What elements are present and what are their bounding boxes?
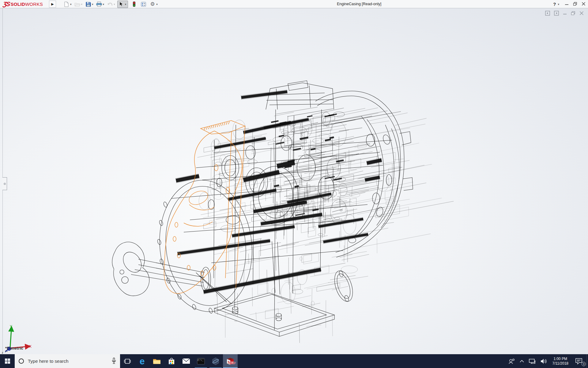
hidden-icons-button[interactable] [517,354,526,368]
store-icon [168,358,175,365]
document-minimize-button[interactable] [563,11,567,17]
collapse-pane-left-button[interactable] [545,11,550,17]
people-icon [508,358,515,364]
solidworks-logo-solid: SOLID [11,2,25,7]
restore-button[interactable] [573,2,577,7]
document-restore-button[interactable] [571,11,575,17]
print-button[interactable]: ▾ [96,1,106,8]
print-dropdown[interactable]: ▾ [103,3,104,6]
taskbar-search-input[interactable]: Type here to search [15,354,120,368]
view-orientation-label: *Dimetric [5,346,23,351]
clock-time: 1:00 PM [553,357,567,361]
solidworks-logo-glyph: ƷS [2,1,10,8]
print-icon [96,1,103,7]
taskbar-command-prompt-button[interactable]: C:\_ [194,354,208,368]
file-explorer-icon [153,358,161,364]
speaker-icon [540,358,548,364]
chevron-up-icon [519,360,524,363]
new-document-button[interactable]: ▾ [63,1,73,8]
select-dropdown[interactable]: ▾ [125,3,126,6]
windows-logo-icon [5,358,10,364]
options-button[interactable]: ⚙ ▾ [149,1,159,8]
notification-badge: 3 [582,362,586,366]
taskbar-solidworks-button[interactable]: S W 2017 [223,354,238,368]
window-title: EngineCasing [Read-only] [337,0,381,8]
open-button: ▾ [74,1,84,8]
feature-manager-collapsed-tab[interactable] [2,177,7,190]
rebuild-button[interactable] [130,1,138,8]
collapse-pane-right-button[interactable] [554,11,559,17]
action-center-button[interactable]: 3 [571,354,586,368]
command-prompt-glyph: C:\_ [198,359,203,362]
help-button[interactable]: ? [553,2,556,7]
save-dropdown[interactable]: ▾ [92,3,93,6]
select-button[interactable]: ▾ [117,1,128,8]
microphone-icon[interactable] [111,358,116,366]
options-gear-icon: ⚙ [149,1,156,7]
windows-taskbar: Type here to search e [0,354,588,368]
search-placeholder: Type here to search [28,358,69,364]
help-dropdown[interactable]: ▾ [558,3,559,6]
taskbar-edge-button[interactable]: e [135,354,149,368]
mail-icon [182,358,190,364]
undo-dropdown: ▾ [114,3,115,6]
file-properties-icon [140,1,147,7]
save-button[interactable]: ▾ [85,1,95,8]
triad-y-axis [10,330,11,348]
splitter-dot-icon [4,183,6,185]
new-document-dropdown[interactable]: ▾ [70,3,72,6]
solidworks-logo-works: WORKS [25,2,43,7]
clock-date: 7/11/2018 [552,361,569,366]
people-button[interactable] [506,354,517,368]
cortana-icon [19,358,24,364]
quick-access-toolbar: ▾ ▾ ▾ ▾ ▾ [63,0,159,8]
show-desktop-button[interactable] [586,354,588,368]
undo-icon [107,1,113,7]
triad-z-label: z [2,351,3,354]
open-dropdown: ▾ [81,3,83,6]
open-icon [74,1,81,7]
document-close-button[interactable] [579,11,584,17]
task-view-icon [124,358,131,364]
start-button[interactable] [0,354,15,368]
network-button[interactable] [526,354,538,368]
network-icon [529,358,536,364]
menu-expand-button[interactable]: ▶ [49,1,56,8]
taskbar-hexagon-app-button[interactable] [208,354,223,368]
triad-x-label: X [29,344,32,349]
close-button[interactable] [582,2,586,7]
titlebar: ƷS SOLID WORKS ▶ ▾ ▾ ▾ ▾ [0,0,588,8]
task-view-button[interactable] [120,354,135,368]
taskbar-store-button[interactable] [164,354,179,368]
file-properties-button[interactable] [140,1,147,8]
engine-casing-wireframe-model[interactable] [0,8,588,354]
solidworks-logo: ƷS SOLID WORKS [3,0,43,8]
volume-button[interactable] [538,354,550,368]
taskbar-mail-button[interactable] [179,354,194,368]
select-cursor-icon [118,1,125,7]
new-document-icon [63,1,70,7]
taskbar-clock[interactable]: 1:00 PM 7/11/2018 [550,354,571,368]
solidworks-icon-year: 2017 [229,362,236,365]
options-dropdown[interactable]: ▾ [156,3,158,6]
taskbar-file-explorer-button[interactable] [149,354,164,368]
minimize-button[interactable] [565,2,569,7]
save-icon [85,1,92,7]
triad-y-label: Y [10,324,12,329]
menu-expand-icon: ▶ [51,2,54,6]
edge-icon: e [140,357,145,366]
graphics-area[interactable]: Y X z *Dimetric [0,8,588,354]
undo-button: ▾ [106,1,117,8]
rebuild-traffic-light-icon [131,1,138,7]
document-window-controls [545,11,584,17]
hexagon-app-icon [212,357,220,365]
